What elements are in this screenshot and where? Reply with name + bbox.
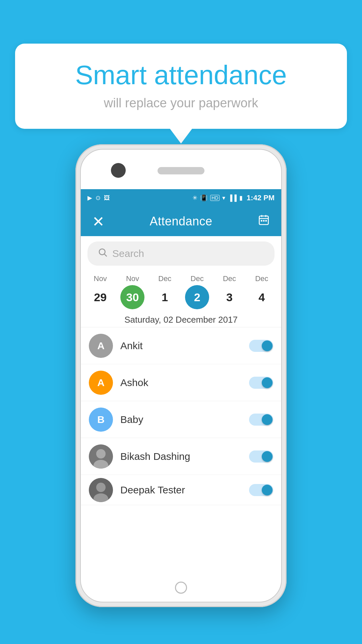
svg-line-8 <box>105 254 107 257</box>
status-bar: ▶ ⊙ 🖼 ✳ 📳 HD ▾ ▐▐ ▮ 1:42 PM <box>81 189 281 207</box>
student-name-deepak: Deepak Tester <box>120 484 249 496</box>
status-time: 1:42 PM <box>247 194 275 202</box>
cal-day-dec1[interactable]: Dec 1 <box>150 274 180 309</box>
bubble-title: Smart attendance <box>35 60 327 90</box>
cal-num-2: 1 <box>153 285 177 309</box>
svg-point-10 <box>96 449 106 459</box>
vibrate-icon: 📳 <box>200 194 207 202</box>
avatar-baby: B <box>89 408 113 432</box>
search-icon <box>98 247 108 260</box>
phone-speaker <box>158 167 204 174</box>
phone-frame: ▶ ⊙ 🖼 ✳ 📳 HD ▾ ▐▐ ▮ 1:42 PM ✕ Attendance <box>75 144 287 607</box>
student-item-baby: B Baby <box>81 401 281 438</box>
avatar-ankit: A <box>89 334 113 358</box>
calendar-icon[interactable] <box>254 214 273 229</box>
cal-num-5: 4 <box>250 285 274 309</box>
avatar-bikash <box>89 444 113 469</box>
app-screen: ▶ ⊙ 🖼 ✳ 📳 HD ▾ ▐▐ ▮ 1:42 PM ✕ Attendance <box>81 189 281 579</box>
cal-month-1: Nov <box>126 274 139 283</box>
home-button[interactable] <box>175 582 187 594</box>
cal-day-dec2[interactable]: Dec 2 <box>182 274 212 309</box>
hd-badge: HD <box>210 195 220 201</box>
cal-num-0: 29 <box>88 285 112 309</box>
phone-camera <box>111 163 126 178</box>
search-bar[interactable]: Search <box>87 241 275 266</box>
svg-rect-4 <box>261 220 262 222</box>
cal-month-2: Dec <box>158 274 171 283</box>
cal-day-dec3[interactable]: Dec 3 <box>214 274 244 309</box>
toggle-baby[interactable] <box>249 414 273 426</box>
wifi-icon: ▾ <box>222 194 225 202</box>
svg-point-7 <box>99 249 105 255</box>
image-icon: 🖼 <box>104 195 110 202</box>
battery-icon: ▮ <box>239 194 243 202</box>
student-name-ankit: Ankit <box>120 340 249 352</box>
play-icon: ▶ <box>87 194 92 202</box>
camera-icon: ⊙ <box>96 194 101 202</box>
cal-num-4: 3 <box>217 285 241 309</box>
student-item-bikash: Bikash Dashing <box>81 438 281 475</box>
app-title: Attendance <box>108 214 254 228</box>
calendar-days: Nov 29 Nov 30 Dec 1 Dec 2 <box>84 274 278 309</box>
search-bar-container: Search <box>81 236 281 271</box>
bluetooth-icon: ✳ <box>192 194 197 202</box>
svg-point-13 <box>96 483 106 492</box>
student-name-ashok: Ashok <box>120 377 249 388</box>
student-item-ashok: A Ashok <box>81 364 281 401</box>
bubble-subtitle: will replace your paperwork <box>35 96 327 110</box>
toggle-deepak[interactable] <box>249 484 273 496</box>
student-list: A Ankit A Ashok B Baby <box>81 327 281 579</box>
phone-inner: ▶ ⊙ 🖼 ✳ 📳 HD ▾ ▐▐ ▮ 1:42 PM ✕ Attendance <box>80 149 282 602</box>
student-item-deepak: Deepak Tester <box>81 475 281 505</box>
cal-day-nov29[interactable]: Nov 29 <box>85 274 115 309</box>
cal-month-5: Dec <box>255 274 268 283</box>
selected-date-label: Saturday, 02 December 2017 <box>81 311 281 327</box>
app-bar: ✕ Attendance <box>81 207 281 236</box>
cal-day-dec4[interactable]: Dec 4 <box>247 274 277 309</box>
toggle-ankit[interactable] <box>249 340 273 352</box>
toggle-bikash[interactable] <box>249 450 273 463</box>
svg-rect-6 <box>265 220 267 222</box>
student-name-bikash: Bikash Dashing <box>120 451 249 462</box>
avatar-ashok: A <box>89 371 113 395</box>
avatar-deepak <box>89 478 113 502</box>
search-placeholder: Search <box>112 248 144 259</box>
toggle-ashok[interactable] <box>249 377 273 389</box>
svg-rect-5 <box>263 220 265 222</box>
cal-num-3: 2 <box>185 285 209 309</box>
speech-bubble: Smart attendance will replace your paper… <box>15 44 347 129</box>
calendar-strip: Nov 29 Nov 30 Dec 1 Dec 2 <box>81 271 281 311</box>
cal-month-0: Nov <box>94 274 107 283</box>
cal-month-4: Dec <box>223 274 236 283</box>
status-bar-right: ✳ 📳 HD ▾ ▐▐ ▮ 1:42 PM <box>192 194 275 202</box>
signal-icon: ▐▐ <box>228 195 237 202</box>
student-name-baby: Baby <box>120 414 249 425</box>
student-item-ankit: A Ankit <box>81 327 281 364</box>
status-bar-left: ▶ ⊙ 🖼 <box>87 194 110 202</box>
cal-day-nov30[interactable]: Nov 30 <box>117 274 147 309</box>
cal-num-1: 30 <box>120 285 144 309</box>
cal-month-3: Dec <box>191 274 204 283</box>
close-button[interactable]: ✕ <box>89 213 108 230</box>
